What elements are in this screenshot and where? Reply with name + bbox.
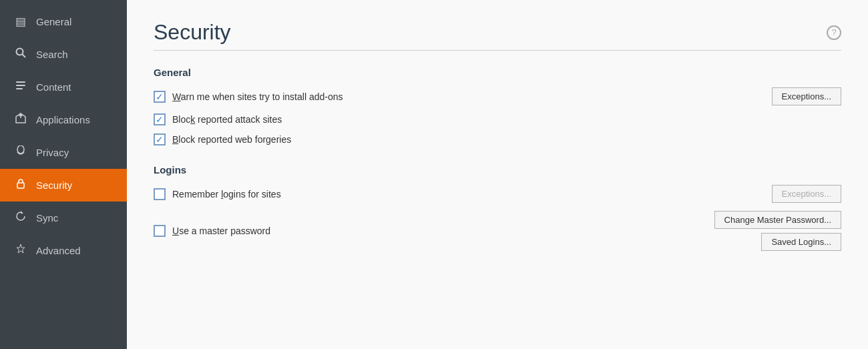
option-left: Remember logins for sites: [154, 188, 281, 200]
sidebar-item-label: Security: [36, 180, 72, 191]
sidebar-item-applications[interactable]: Applications: [0, 103, 127, 136]
sidebar: ▤ General Search Content: [0, 0, 127, 349]
checkbox-master-password[interactable]: [154, 225, 166, 237]
sidebar-item-security[interactable]: Security: [0, 169, 127, 202]
help-icon[interactable]: ?: [827, 25, 841, 40]
checkmark: ✓: [156, 135, 164, 144]
checkbox-block-attack[interactable]: ✓: [154, 113, 166, 125]
logins-buttons: Change Master Password... Saved Logins..…: [714, 211, 841, 251]
sidebar-item-privacy[interactable]: Privacy: [0, 136, 127, 169]
sidebar-item-label: General: [36, 16, 71, 27]
privacy-icon: [13, 145, 28, 159]
sidebar-item-sync[interactable]: Sync: [0, 202, 127, 234]
checkmark: ✓: [156, 92, 164, 101]
page-header: Security ?: [154, 20, 841, 45]
sidebar-item-label: Privacy: [36, 147, 69, 158]
option-left: Use a master password: [154, 225, 270, 237]
option-row-block-forgeries: ✓ Block reported web forgeries: [154, 133, 841, 145]
sidebar-item-content[interactable]: Content: [0, 71, 127, 103]
checkbox-warn-addons[interactable]: ✓: [154, 91, 166, 103]
divider: [154, 50, 841, 51]
sidebar-item-general[interactable]: ▤ General: [0, 5, 127, 38]
general-section-title: General: [154, 67, 841, 78]
svg-point-6: [17, 145, 24, 153]
sidebar-item-label: Content: [36, 81, 71, 93]
sidebar-item-search[interactable]: Search: [0, 38, 127, 71]
svg-marker-8: [21, 211, 23, 214]
svg-line-1: [23, 55, 26, 58]
exceptions-general-button[interactable]: Exceptions...: [772, 87, 841, 105]
option-label-remember-logins: Remember logins for sites: [172, 189, 281, 200]
sidebar-item-label: Applications: [36, 114, 90, 125]
checkmark: ✓: [156, 115, 164, 124]
sidebar-item-advanced[interactable]: Advanced: [0, 234, 127, 267]
exceptions-logins-button[interactable]: Exceptions...: [772, 185, 841, 203]
security-icon: [13, 178, 28, 192]
advanced-icon: [13, 244, 28, 258]
main-content: Security ? General ✓ Warn me when sites …: [127, 0, 868, 349]
option-left: ✓ Block reported attack sites: [154, 113, 282, 125]
sync-icon: [13, 211, 28, 225]
search-icon: [13, 47, 28, 61]
general-section: General ✓ Warn me when sites try to inst…: [154, 67, 841, 145]
svg-rect-3: [16, 85, 25, 86]
content-icon: [13, 80, 28, 94]
checkbox-remember-logins[interactable]: [154, 188, 166, 200]
logins-section: Logins Remember logins for sites Excepti…: [154, 164, 841, 251]
option-row-master-password: Use a master password Change Master Pass…: [154, 211, 841, 251]
option-label-warn-addons: Warn me when sites try to install add-on…: [172, 91, 343, 102]
option-label-master-password: Use a master password: [172, 226, 270, 236]
checkbox-block-forgeries[interactable]: ✓: [154, 133, 166, 145]
option-row-remember-logins: Remember logins for sites Exceptions...: [154, 185, 841, 203]
option-row-block-attack: ✓ Block reported attack sites: [154, 113, 841, 125]
page-title: Security: [154, 20, 231, 45]
general-icon: ▤: [13, 15, 28, 29]
saved-logins-button[interactable]: Saved Logins...: [761, 233, 841, 251]
svg-rect-7: [17, 183, 24, 188]
applications-icon: [13, 113, 28, 127]
option-left: ✓ Warn me when sites try to install add-…: [154, 91, 343, 103]
option-label-block-forgeries: Block reported web forgeries: [172, 134, 291, 145]
svg-rect-2: [16, 81, 25, 83]
svg-point-0: [17, 49, 23, 55]
logins-section-title: Logins: [154, 164, 841, 176]
sidebar-item-label: Sync: [36, 212, 58, 224]
option-left: ✓ Block reported web forgeries: [154, 133, 291, 145]
change-master-password-button[interactable]: Change Master Password...: [714, 211, 841, 229]
option-label-block-attack: Block reported attack sites: [172, 114, 282, 125]
svg-rect-4: [16, 88, 23, 89]
sidebar-item-label: Search: [36, 49, 68, 60]
sidebar-item-label: Advanced: [36, 245, 81, 256]
option-row-warn-addons: ✓ Warn me when sites try to install add-…: [154, 87, 841, 105]
